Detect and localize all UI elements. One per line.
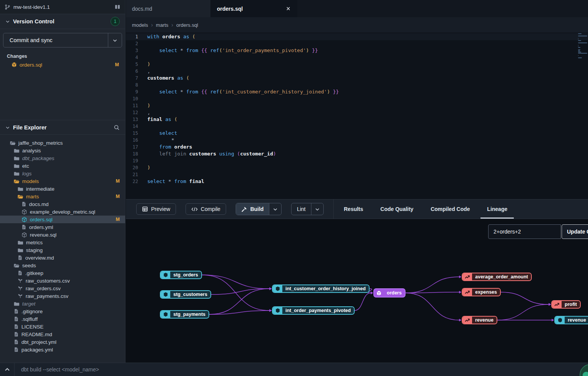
tree-item-label: metrics <box>26 240 120 245</box>
tree-item-models[interactable]: modelsM <box>0 177 125 185</box>
build-button[interactable]: Build <box>236 203 269 215</box>
tree-item-label: orders.sql <box>30 217 116 222</box>
lineage-selector-input[interactable]: 2+orders+2 <box>488 224 561 239</box>
editor-tab-orders-sql[interactable]: orders.sql <box>211 0 297 17</box>
tree-item-label: raw_customers.csv <box>26 278 120 284</box>
tree-item-dbt-packages[interactable]: dbt_packages <box>0 154 125 162</box>
folder-open-icon <box>14 263 20 268</box>
node-label: stg_payments <box>170 311 208 318</box>
build-options-dropdown[interactable] <box>269 203 281 215</box>
tree-item-docs-md[interactable]: docs.md <box>0 200 125 208</box>
tree-item-license[interactable]: LICENSE <box>0 323 125 330</box>
tree-item-etc[interactable]: etc <box>0 162 125 170</box>
build-button-label: Build <box>250 206 264 212</box>
tree-item-raw-customers-csv[interactable]: raw_customers.csv <box>0 277 125 284</box>
lineage-node-profit[interactable]: profit <box>551 300 581 309</box>
model-cube-icon <box>21 209 27 215</box>
tree-item-staging[interactable]: staging <box>0 246 125 254</box>
node-label: revenue <box>472 317 497 324</box>
tree-item-dbt-project-yml[interactable]: dbt_project.yml <box>0 338 125 346</box>
code-line-19: 19 <box>126 157 588 164</box>
tab-lineage[interactable]: Lineage <box>487 199 507 219</box>
line-number: 1 <box>126 33 147 40</box>
tree-item-analysis[interactable]: analysis <box>0 147 125 154</box>
version-control-header[interactable]: Version Control 1 <box>0 14 125 29</box>
lineage-node-int_customer_order_history_joined[interactable]: int_customer_order_history_joined <box>272 284 370 293</box>
tree-item-logs[interactable]: logs <box>0 170 125 177</box>
folder-open-icon <box>18 194 23 199</box>
tree-item-revenue-sql[interactable]: revenue.sql <box>0 231 125 239</box>
compile-button[interactable]: Compile <box>186 203 226 215</box>
tree-item-overview-md[interactable]: overview.md <box>0 254 125 262</box>
tree-item-target[interactable]: target <box>0 300 125 307</box>
chevron-down-icon <box>5 19 10 24</box>
tree-item-label: revenue.sql <box>30 232 120 238</box>
split-view-icon[interactable] <box>114 4 121 10</box>
tree-item-label: docs.md <box>29 201 120 207</box>
run-status-button[interactable] <box>580 364 588 376</box>
lineage-node-expenses[interactable]: expenses <box>462 288 501 296</box>
tree-item--gitignore[interactable]: .gitignore <box>0 307 125 315</box>
tree-item-raw-payments-csv[interactable]: raw_payments.csv <box>0 292 125 300</box>
tree-item-label: .gitkeep <box>25 270 120 276</box>
tab-code-quality[interactable]: Code Quality <box>380 199 413 219</box>
code-text: * <box>147 137 174 144</box>
lineage-node-int_order_payments_pivoted[interactable]: int_order_payments_pivoted <box>272 306 355 315</box>
lint-button[interactable]: Lint <box>292 203 311 215</box>
commit-options-dropdown[interactable] <box>108 33 122 47</box>
tree-item--gitkeep[interactable]: .gitkeep <box>0 269 125 277</box>
lineage-node-orders[interactable]: orders <box>373 288 406 298</box>
tree-item--sqlfluff[interactable]: .sqlfluff <box>0 315 125 323</box>
tree-item-raw-orders-csv[interactable]: raw_orders.csv <box>0 284 125 292</box>
lineage-node-average_order_amount[interactable]: average_order_amount <box>462 273 532 281</box>
file-explorer-title: File Explorer <box>13 124 114 131</box>
chevron-up-icon[interactable] <box>0 363 15 376</box>
table-icon <box>142 206 148 212</box>
tree-item-orders-yml[interactable]: orders.yml <box>0 223 125 231</box>
tree-item-example-develop-metric-sql[interactable]: example_develop_metric.sql <box>0 208 125 216</box>
node-label: int_order_payments_pivoted <box>282 307 354 314</box>
lineage-selector-value: 2+orders+2 <box>494 229 521 235</box>
code-editor[interactable]: 1with orders as (23 select * from {{ ref… <box>126 33 588 199</box>
tree-item-intermediate[interactable]: intermediate <box>0 185 125 193</box>
lineage-node-stg_payments[interactable]: stg_payments <box>160 310 209 319</box>
tab-compiled-code[interactable]: Compiled Code <box>431 199 470 219</box>
tree-item-label: raw_orders.csv <box>26 286 120 291</box>
tree-item-seeds[interactable]: seeds <box>0 262 125 269</box>
tree-item-packages-yml[interactable]: packages.yml <box>0 346 125 353</box>
editor-tab-docs-md[interactable]: docs.md <box>126 0 211 17</box>
breadcrumb-segment[interactable]: marts <box>156 22 169 28</box>
command-bar: dbt build --select <model_name> <box>0 363 588 376</box>
node-icon-cell <box>463 289 472 296</box>
update-graph-button[interactable]: Update Graph <box>562 224 588 239</box>
search-icon[interactable] <box>114 124 120 131</box>
close-tab-icon[interactable] <box>286 6 291 11</box>
line-number: 8 <box>126 82 147 88</box>
lineage-node-revenue_metric[interactable]: revenue <box>462 316 497 324</box>
lint-options-dropdown[interactable] <box>311 203 323 215</box>
tree-item-metrics[interactable]: metrics <box>0 239 125 246</box>
lineage-node-stg_customers[interactable]: stg_customers <box>160 290 211 299</box>
file-explorer-header[interactable]: File Explorer <box>0 120 125 135</box>
code-line-4: 4 <box>126 54 588 61</box>
commit-and-sync-button[interactable]: Commit and sync <box>3 33 122 47</box>
minimap[interactable] <box>578 33 587 59</box>
code-line-20: 20) <box>126 164 588 171</box>
tree-item-label: target <box>22 301 120 307</box>
model-cube-icon <box>11 62 17 67</box>
tree-item-orders-sql[interactable]: orders.sqlM <box>0 216 125 223</box>
tree-item-readme-md[interactable]: README.md <box>0 330 125 338</box>
changed-file-orders-sql[interactable]: orders.sql M <box>0 60 125 69</box>
command-input[interactable]: dbt build --select <model_name> <box>15 366 588 373</box>
tree-item-marts[interactable]: martsM <box>0 193 125 200</box>
lineage-node-revenue_model[interactable]: revenue <box>554 316 588 324</box>
breadcrumb-segment[interactable]: orders.sql <box>176 22 198 28</box>
breadcrumb-segment[interactable]: models <box>132 22 148 28</box>
lineage-node-stg_orders[interactable]: stg_orders <box>160 271 202 279</box>
line-number: 16 <box>126 137 147 144</box>
preview-button[interactable]: Preview <box>136 203 176 215</box>
tree-item-label: staging <box>26 247 120 253</box>
tab-results[interactable]: Results <box>344 199 363 219</box>
code-text: , <box>147 68 150 75</box>
tree-item-jaffle-shop-metrics[interactable]: jaffle_shop_metrics <box>0 139 125 147</box>
